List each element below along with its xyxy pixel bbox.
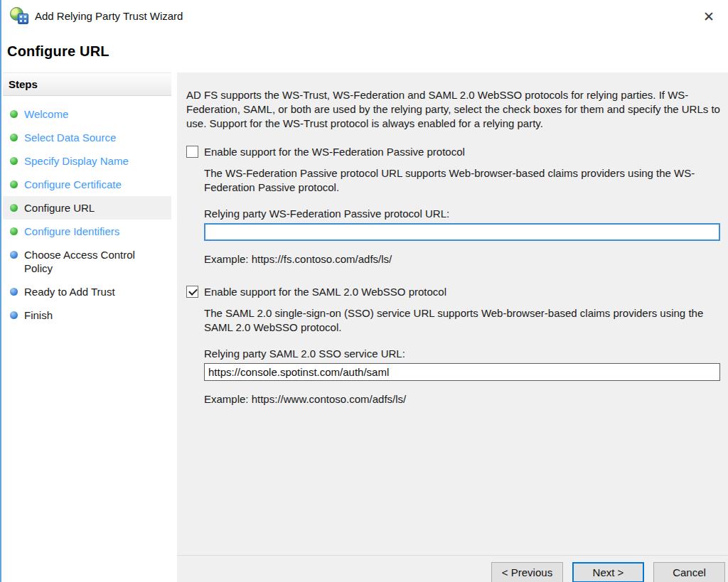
step-label: Welcome [24,107,68,121]
wsfed-url-label: Relying party WS-Federation Passive prot… [204,208,720,220]
saml-description: The SAML 2.0 single-sign-on (SSO) servic… [204,306,720,335]
adfs-wizard-icon [10,7,28,24]
page-title: Configure URL [1,31,728,60]
title-bar: Add Relying Party Trust Wizard ✕ [1,0,728,31]
step-status-icon [10,251,18,259]
sidebar-item-specify-display-name[interactable]: Specify Display Name [3,149,171,173]
sidebar-item-configure-certificate[interactable]: Configure Certificate [3,173,171,196]
step-status-icon [10,110,18,118]
steps-sidebar: Steps Welcome Select Data Source Specify… [3,72,171,582]
sidebar-item-finish: Finish [3,303,171,327]
step-label: Select Data Source [24,131,116,144]
configure-url-content: AD FS supports the WS-Trust, WS-Federati… [177,72,728,405]
wizard-window: Add Relying Party Trust Wizard ✕ Configu… [0,0,728,582]
steps-list: Welcome Select Data Source Specify Displ… [3,102,171,327]
step-status-icon [10,311,18,319]
wsfed-section: The WS-Federation Passive protocol URL s… [204,166,720,265]
step-label: Configure URL [24,201,95,215]
sidebar-item-welcome[interactable]: Welcome [3,102,171,126]
saml-checkbox-row: Enable support for the SAML 2.0 WebSSO p… [186,286,728,298]
step-label: Choose Access Control Policy [24,248,166,275]
cancel-button[interactable]: Cancel [653,562,725,582]
window-title: Add Relying Party Trust Wizard [35,10,183,22]
wizard-body: Steps Welcome Select Data Source Specify… [3,72,728,582]
step-label: Configure Certificate [24,178,122,191]
step-status-icon [10,180,18,188]
organization-icon [18,14,28,24]
steps-header: Steps [3,72,171,96]
wsfed-url-input[interactable] [204,223,720,241]
wsfed-checkbox[interactable] [186,146,198,158]
close-icon[interactable]: ✕ [698,6,719,27]
wsfed-checkbox-row: Enable support for the WS-Federation Pas… [186,146,728,158]
main-panel: AD FS supports the WS-Trust, WS-Federati… [177,72,728,582]
step-status-icon [10,157,18,165]
sidebar-item-ready-to-add-trust: Ready to Add Trust [3,280,171,303]
step-label: Ready to Add Trust [24,285,115,298]
saml-url-label: Relying party SAML 2.0 SSO service URL: [204,347,720,360]
sidebar-item-configure-url: Configure URL [3,196,171,220]
step-status-icon [10,227,18,235]
intro-text: AD FS supports the WS-Trust, WS-Federati… [186,88,721,131]
saml-checkbox[interactable] [186,286,198,298]
sidebar-divider [171,72,177,582]
step-status-icon [10,204,18,212]
sidebar-item-select-data-source[interactable]: Select Data Source [3,126,171,149]
next-button[interactable]: Next > [572,562,644,582]
saml-example: Example: https://www.contoso.com/adfs/ls… [204,393,720,405]
step-status-icon [10,134,18,141]
wsfed-example: Example: https://fs.contoso.com/adfs/ls/ [204,253,720,265]
step-label: Finish [24,308,53,322]
saml-url-input[interactable] [204,363,720,381]
wsfed-description: The WS-Federation Passive protocol URL s… [204,166,720,195]
sidebar-item-configure-identifiers[interactable]: Configure Identifiers [3,220,171,243]
button-bar: < Previous Next > Cancel [177,555,728,582]
saml-checkbox-label[interactable]: Enable support for the SAML 2.0 WebSSO p… [204,286,446,298]
sidebar-item-choose-access-control-policy: Choose Access Control Policy [3,243,171,280]
wsfed-checkbox-label[interactable]: Enable support for the WS-Federation Pas… [204,146,465,158]
saml-section: The SAML 2.0 single-sign-on (SSO) servic… [204,306,720,405]
previous-button[interactable]: < Previous [491,562,563,582]
step-label: Configure Identifiers [24,225,119,238]
step-status-icon [10,288,18,296]
step-label: Specify Display Name [24,154,129,168]
